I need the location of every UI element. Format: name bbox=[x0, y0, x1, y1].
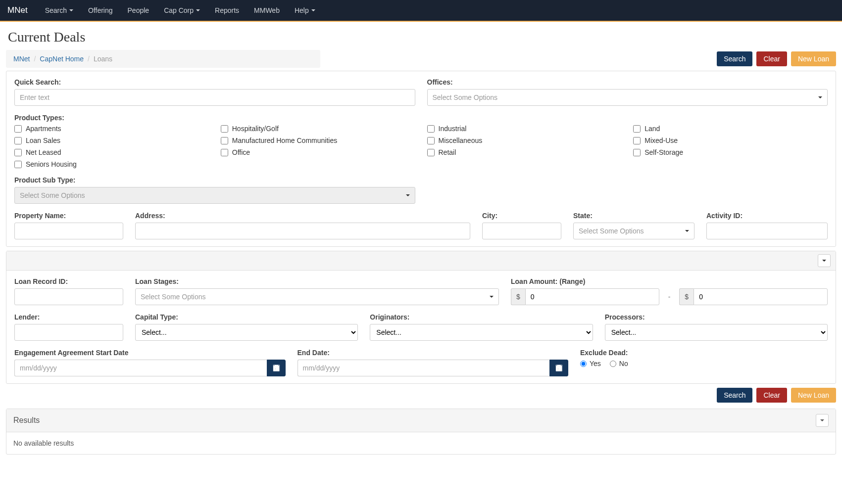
clear-button-bottom[interactable]: Clear bbox=[756, 388, 787, 403]
product-type-retail[interactable]: Retail bbox=[427, 148, 622, 156]
breadcrumb: MNet/CapNet Home/Loans bbox=[6, 50, 320, 68]
chevron-down-icon bbox=[820, 419, 824, 421]
clear-button[interactable]: Clear bbox=[756, 51, 787, 66]
start-date-input[interactable] bbox=[14, 360, 267, 376]
chevron-down-icon bbox=[406, 194, 410, 196]
product-type-label: Net Leased bbox=[26, 148, 61, 156]
product-types-grid: ApartmentsHospitality/GolfIndustrialLand… bbox=[14, 125, 828, 168]
product-type-net-leased[interactable]: Net Leased bbox=[14, 148, 209, 156]
results-empty-message: No available results bbox=[6, 432, 836, 454]
offices-select[interactable]: Select Some Options bbox=[427, 89, 828, 106]
product-type-label: Self-Storage bbox=[644, 148, 683, 156]
exclude-dead-yes-label: Yes bbox=[590, 360, 601, 367]
search-panel-1: Quick Search: Offices: Select Some Optio… bbox=[6, 71, 836, 247]
product-type-label: Office bbox=[232, 148, 250, 156]
activity-id-label: Activity ID: bbox=[706, 212, 828, 220]
product-type-label: Land bbox=[644, 125, 660, 133]
exclude-dead-yes-radio[interactable] bbox=[580, 361, 587, 367]
product-type-seniors-housing[interactable]: Seniors Housing bbox=[14, 160, 209, 168]
product-type-miscellaneous[interactable]: Miscellaneous bbox=[427, 137, 622, 144]
breadcrumb-item[interactable]: MNet bbox=[13, 55, 30, 63]
product-type-checkbox[interactable] bbox=[221, 137, 228, 144]
chevron-down-icon bbox=[69, 9, 73, 11]
search-button-bottom[interactable]: Search bbox=[717, 388, 752, 403]
loan-stages-label: Loan Stages: bbox=[135, 277, 499, 285]
product-type-checkbox[interactable] bbox=[221, 125, 228, 133]
property-name-input[interactable] bbox=[14, 223, 123, 239]
product-type-apartments[interactable]: Apartments bbox=[14, 125, 209, 133]
chevron-down-icon bbox=[311, 9, 315, 11]
end-date-picker-button[interactable] bbox=[549, 360, 568, 376]
product-type-loan-sales[interactable]: Loan Sales bbox=[14, 137, 209, 144]
results-collapse-toggle[interactable] bbox=[816, 414, 829, 427]
product-type-checkbox[interactable] bbox=[427, 125, 435, 133]
state-select[interactable]: Select Some Options bbox=[573, 223, 694, 239]
product-type-checkbox[interactable] bbox=[14, 137, 22, 144]
product-type-land[interactable]: Land bbox=[633, 125, 828, 133]
start-date-picker-button[interactable] bbox=[267, 360, 286, 376]
breadcrumb-item[interactable]: CapNet Home bbox=[40, 55, 84, 63]
chevron-down-icon bbox=[822, 260, 826, 262]
product-type-manufactured-home-communities[interactable]: Manufactured Home Communities bbox=[221, 137, 415, 144]
product-type-label: Manufactured Home Communities bbox=[232, 137, 337, 144]
loan-amount-to-input[interactable] bbox=[693, 288, 828, 305]
nav-item-reports[interactable]: Reports bbox=[207, 1, 247, 19]
nav-item-mmweb[interactable]: MMWeb bbox=[247, 1, 287, 19]
city-input[interactable] bbox=[482, 223, 561, 239]
product-type-self-storage[interactable]: Self-Storage bbox=[633, 148, 828, 156]
quick-search-input[interactable] bbox=[14, 89, 415, 106]
product-type-checkbox[interactable] bbox=[221, 149, 228, 156]
brand-link[interactable]: MNet bbox=[7, 5, 28, 15]
product-type-checkbox[interactable] bbox=[427, 137, 435, 144]
product-type-mixed-use[interactable]: Mixed-Use bbox=[633, 137, 828, 144]
new-loan-button-bottom[interactable]: New Loan bbox=[791, 388, 836, 403]
product-type-hospitality-golf[interactable]: Hospitality/Golf bbox=[221, 125, 415, 133]
nav-item-people[interactable]: People bbox=[120, 1, 157, 19]
exclude-dead-label: Exclude Dead: bbox=[580, 349, 828, 357]
loan-stages-select[interactable]: Select Some Options bbox=[135, 288, 499, 305]
state-placeholder: Select Some Options bbox=[579, 227, 644, 235]
new-loan-button[interactable]: New Loan bbox=[791, 51, 836, 66]
product-type-checkbox[interactable] bbox=[633, 149, 641, 156]
exclude-dead-yes[interactable]: Yes bbox=[580, 360, 601, 367]
product-sub-type-label: Product Sub Type: bbox=[14, 176, 415, 184]
search-button[interactable]: Search bbox=[717, 51, 752, 66]
originators-select[interactable]: Select... bbox=[370, 324, 593, 341]
capital-type-select[interactable]: Select... bbox=[135, 324, 358, 341]
product-type-checkbox[interactable] bbox=[633, 125, 641, 133]
nav-item-search[interactable]: Search bbox=[38, 1, 81, 19]
end-date-input[interactable] bbox=[297, 360, 550, 376]
processors-select[interactable]: Select... bbox=[605, 324, 828, 341]
product-type-checkbox[interactable] bbox=[14, 149, 22, 156]
nav-item-cap-corp[interactable]: Cap Corp bbox=[156, 1, 207, 19]
product-type-industrial[interactable]: Industrial bbox=[427, 125, 622, 133]
product-type-label: Mixed-Use bbox=[644, 137, 678, 144]
property-name-label: Property Name: bbox=[14, 212, 123, 220]
product-type-checkbox[interactable] bbox=[427, 149, 435, 156]
exclude-dead-no[interactable]: No bbox=[610, 360, 628, 367]
state-label: State: bbox=[573, 212, 694, 220]
product-type-checkbox[interactable] bbox=[14, 161, 22, 168]
loan-record-id-input[interactable] bbox=[14, 288, 123, 305]
exclude-dead-no-radio[interactable] bbox=[610, 361, 616, 367]
product-type-office[interactable]: Office bbox=[221, 148, 415, 156]
panel-collapse-toggle[interactable] bbox=[818, 254, 831, 267]
product-type-checkbox[interactable] bbox=[14, 125, 22, 133]
product-type-checkbox[interactable] bbox=[633, 137, 641, 144]
nav-item-offering[interactable]: Offering bbox=[81, 1, 120, 19]
lender-input[interactable] bbox=[14, 324, 123, 341]
nav-item-help[interactable]: Help bbox=[287, 1, 323, 19]
capital-type-label: Capital Type: bbox=[135, 313, 358, 321]
originators-label: Originators: bbox=[370, 313, 593, 321]
breadcrumb-item: Loans bbox=[94, 55, 112, 63]
loan-amount-from-input[interactable] bbox=[525, 288, 659, 305]
activity-id-input[interactable] bbox=[706, 223, 828, 239]
product-type-label: Loan Sales bbox=[26, 137, 60, 144]
address-input[interactable] bbox=[135, 223, 470, 239]
loan-record-id-label: Loan Record ID: bbox=[14, 277, 123, 285]
lender-label: Lender: bbox=[14, 313, 123, 321]
product-sub-type-select[interactable]: Select Some Options bbox=[14, 187, 415, 204]
product-type-label: Retail bbox=[439, 148, 456, 156]
offices-placeholder: Select Some Options bbox=[433, 93, 498, 101]
nav-items: SearchOfferingPeopleCap CorpReportsMMWeb… bbox=[38, 1, 323, 19]
